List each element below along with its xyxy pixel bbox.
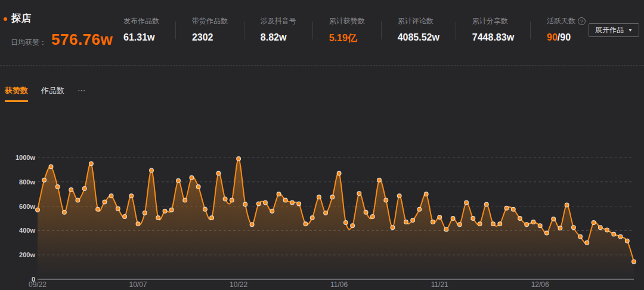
stat-value: 4085.52w [398,32,439,43]
data-point [592,221,596,225]
data-point [478,222,482,226]
data-point [411,218,415,223]
data-point [63,210,67,214]
data-point [471,217,475,221]
stat-promo-works: 带货作品数 2302 [192,16,228,45]
x-axis-label: 09/22 [29,280,47,289]
stat-label: 累计获赞数 [329,16,365,26]
data-point [216,171,221,175]
data-point [163,209,167,213]
stat-value-main: 90 [547,32,558,42]
data-point [618,235,623,239]
data-point [42,178,47,182]
y-axis-label: 400w [19,227,35,234]
x-axis-label: 10/07 [129,280,147,289]
data-point [150,168,154,172]
data-point [69,188,73,192]
data-point [177,178,181,183]
expand-works-button[interactable]: 展开作品 ▼ [589,23,639,37]
x-axis-label: 11/21 [431,280,448,289]
data-point [270,209,274,213]
data-point [290,200,295,205]
data-point [109,194,113,198]
data-point [330,195,335,199]
header-title-block: 探店 日均获赞： 576.76w [4,13,113,49]
data-point [491,222,496,226]
data-point [578,235,583,239]
y-axis-label: 200w [19,251,35,258]
data-point [585,240,589,245]
stat-value: 8.82w [261,32,296,43]
data-point [55,185,60,189]
data-point [558,226,562,230]
data-point [169,208,174,212]
avg-likes-label: 日均获赞： [11,38,47,48]
data-point [391,226,395,230]
data-point [498,222,502,226]
stat-total-likes: 累计获赞数 5.19亿 [329,16,365,45]
tab-likes-count[interactable]: 获赞数 [5,85,28,102]
data-point [344,221,348,225]
x-axis-label: 11/06 [330,280,348,289]
stat-active-days: 活跃天数 ? 90/90 [547,16,586,45]
area-fill [38,159,634,279]
data-point [283,198,287,202]
data-point [256,202,261,206]
data-point [397,194,401,198]
data-point [518,217,522,221]
x-axis-label: 10/22 [230,280,247,289]
data-point [565,203,569,207]
page-title: 探店 [11,13,32,25]
data-point [465,200,469,205]
data-point [310,216,314,220]
divider [175,21,176,39]
data-point [203,207,208,211]
data-point [424,192,428,196]
data-point [264,200,268,205]
data-point [230,198,234,202]
data-point [129,194,134,198]
divider [381,21,382,39]
stat-label: 累计分享数 [472,16,514,26]
stat-value: 5.19亿 [329,32,365,45]
data-point [351,224,355,228]
stat-value: 7448.83w [472,32,514,43]
data-point [156,216,160,220]
data-point [504,206,509,210]
data-point [598,226,602,230]
data-point [431,220,435,224]
help-icon[interactable]: ? [578,17,586,25]
data-point [76,198,80,202]
more-tabs-icon[interactable]: ⋯ [78,85,86,95]
data-point [511,207,515,211]
data-point [89,162,94,166]
stat-published-works: 发布作品数 61.31w [123,16,159,45]
data-point [277,192,281,196]
data-point [237,157,241,161]
tab-works-count[interactable]: 作品数 [41,85,64,102]
data-point [250,223,254,227]
data-point [304,222,308,226]
data-point [458,223,462,227]
stat-value: 61.31w [123,32,159,43]
data-point [116,206,120,211]
data-point [243,202,247,206]
stat-value: 2302 [192,32,228,43]
data-point [324,211,328,215]
data-point [451,217,455,221]
data-point [337,171,341,175]
data-point [36,208,40,212]
data-point [605,228,609,232]
divider [312,21,313,39]
data-point [123,215,127,219]
data-point [103,200,107,204]
stat-label: 发布作品数 [123,16,159,26]
data-point [317,195,321,199]
data-point [632,260,636,264]
data-point [49,165,53,169]
stat-involved-accounts: 涉及抖音号 8.82w [261,16,296,45]
data-point [572,226,576,230]
data-point [82,187,86,191]
data-point [484,202,488,206]
stat-label: 活跃天数 [547,16,575,26]
